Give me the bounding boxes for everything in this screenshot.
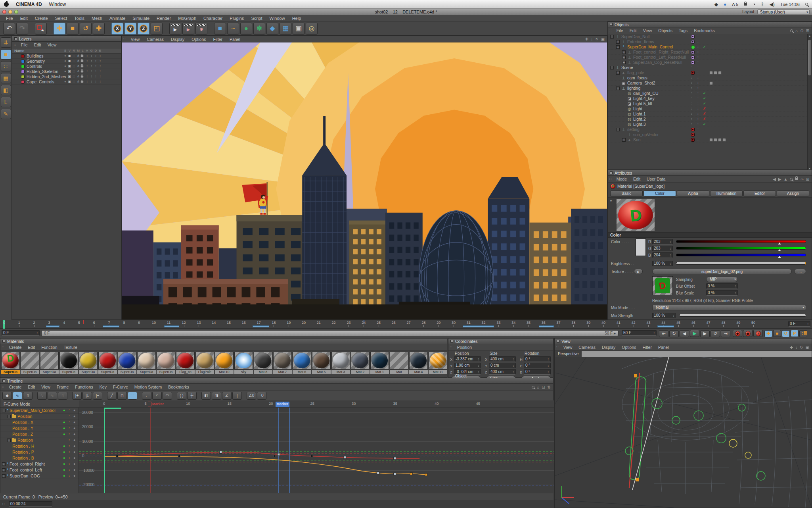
- track-enabled-dot[interactable]: ●: [63, 444, 65, 448]
- coordinate-system-button[interactable]: ◰: [151, 23, 163, 35]
- material-item[interactable]: Mat.3: [331, 352, 350, 374]
- panel-grip[interactable]: ∷: [2, 502, 5, 506]
- layer-r-toggle[interactable]: ▥: [72, 59, 76, 63]
- channel-g-field[interactable]: 203↕: [652, 246, 673, 251]
- search-icon[interactable]: [790, 29, 793, 32]
- pan-icon[interactable]: ✚: [790, 345, 793, 350]
- render-dots-icon[interactable]: ∶: [697, 133, 698, 137]
- layer-color-chip[interactable]: [21, 65, 25, 68]
- menu-character[interactable]: Character: [200, 16, 226, 21]
- object-name[interactable]: sun_upVector: [633, 132, 659, 137]
- layer-color-chip[interactable]: [21, 80, 25, 84]
- object-row-camera_shot2[interactable]: ▣Camera_Shot2∶∶: [608, 81, 812, 86]
- objects-scrollbar[interactable]: ▲▼: [807, 34, 812, 170]
- blur-scale-field[interactable]: 0 %↕: [706, 290, 738, 296]
- visibility-badge[interactable]: [691, 128, 695, 131]
- end-frame-field[interactable]: 50 F↕: [622, 330, 657, 336]
- track-solo-dot[interactable]: ●: [73, 432, 75, 436]
- track-keys-icon[interactable]: ∶: [69, 450, 69, 454]
- expand-toggle-icon[interactable]: -: [616, 128, 620, 131]
- fcurve-track-superdan-main-control[interactable]: -*SuperDan_Main_Control●∶●: [0, 408, 79, 414]
- object-name[interactable]: SuperDan_Null: [621, 34, 649, 39]
- curve-snapshot-button[interactable]: ∿: [37, 392, 47, 400]
- material-thumbnail[interactable]: [195, 352, 214, 369]
- enabled-icon[interactable]: ✓: [703, 91, 706, 95]
- material-thumbnail[interactable]: [254, 352, 272, 369]
- menu-mode[interactable]: Mode: [613, 177, 630, 181]
- lock-value-button[interactable]: ◨: [212, 392, 221, 400]
- material-item[interactable]: Mat.6: [293, 352, 311, 374]
- color-section-header[interactable]: Color: [608, 232, 812, 238]
- menu-create[interactable]: Create: [31, 16, 52, 21]
- layer-e-toggle[interactable]: ↕: [98, 64, 102, 68]
- menu-select[interactable]: Select: [52, 16, 71, 21]
- visibility-badge[interactable]: [691, 56, 695, 59]
- menu-display[interactable]: Display: [167, 37, 188, 42]
- next-frame-button[interactable]: ▶: [700, 330, 710, 337]
- tag-icon[interactable]: [718, 71, 722, 75]
- render-dots-icon[interactable]: ∶: [697, 40, 698, 44]
- texture-browse-button[interactable]: ...: [794, 269, 806, 274]
- menu-create[interactable]: Create: [6, 345, 25, 350]
- keyframe-range[interactable]: [463, 325, 494, 327]
- layout-dropdown[interactable]: Startup (User): [757, 10, 810, 14]
- polygon-mode-button[interactable]: ◧: [1, 85, 11, 95]
- material-thumbnail[interactable]: [409, 352, 428, 369]
- material-item[interactable]: Mat.11: [429, 352, 447, 374]
- blur-offset-field[interactable]: 0 %↕: [706, 283, 738, 289]
- key-mode-button[interactable]: ◆: [2, 392, 12, 400]
- material-thumbnail[interactable]: [429, 352, 447, 369]
- material-thumbnail[interactable]: [312, 352, 331, 369]
- panel-grip[interactable]: ∷: [556, 345, 559, 349]
- layer-row[interactable]: Geometry●▣▥⋔↕↕↕↕: [12, 59, 121, 64]
- layer-r-toggle[interactable]: ▥: [72, 80, 76, 83]
- object-row-superdan_cog_resetnull[interactable]: +⊥SuperDan_Cog_ResetNull∶: [608, 60, 812, 65]
- move-tool-button[interactable]: ✚: [54, 23, 65, 35]
- layer-row[interactable]: Hidden_Skeleton●▣▥⋔↕↕↕↕: [12, 69, 121, 74]
- layer-e-toggle[interactable]: ↕: [98, 80, 102, 83]
- object-row-superdan_main_control[interactable]: -*SuperDan_Main_Control∶✓: [608, 44, 812, 50]
- menu-objects[interactable]: Objects: [655, 28, 676, 33]
- frame-slider[interactable]: 0 F50 F ▸: [41, 330, 619, 336]
- object-row-exterior_items[interactable]: +⊥Exterior_Items∶: [608, 39, 812, 44]
- layer-color-chip[interactable]: [21, 60, 25, 63]
- layer-a-toggle[interactable]: ↕: [85, 69, 89, 73]
- menu-motion-system[interactable]: Motion System: [131, 385, 165, 389]
- track-name[interactable]: SuperDan_Main_Control: [10, 408, 56, 413]
- visibility-badge[interactable]: ∶: [691, 122, 692, 126]
- render-dots-icon[interactable]: ∶: [697, 76, 698, 80]
- track-keys-icon[interactable]: ∶: [69, 468, 69, 472]
- fcurve-track-position-x[interactable]: Position . X●∶●: [0, 419, 79, 425]
- layer-g-toggle[interactable]: ↕: [89, 54, 94, 58]
- layer-l-toggle[interactable]: [81, 81, 83, 83]
- render-dots-icon[interactable]: ∶: [697, 117, 698, 121]
- lock-y-axis-button[interactable]: Y: [124, 23, 136, 35]
- render-dots-icon[interactable]: ∶: [697, 45, 698, 49]
- solo-layers-icon[interactable]: ≣: [803, 330, 808, 336]
- object-name[interactable]: Sun: [633, 137, 641, 142]
- layer-g-toggle[interactable]: ↕: [89, 75, 94, 78]
- current-frame-field[interactable]: 0 F↕: [2, 330, 40, 336]
- layer-s-toggle[interactable]: ●: [63, 59, 67, 63]
- track-solo-dot[interactable]: ●: [73, 462, 75, 466]
- notification-icon[interactable]: ◆: [714, 2, 718, 7]
- toggle-fullscreen-icon[interactable]: ▣: [806, 345, 809, 350]
- visibility-badge[interactable]: [691, 45, 695, 49]
- expand-toggle-icon[interactable]: +: [616, 71, 620, 75]
- material-item[interactable]: Mat.8: [254, 352, 272, 374]
- object-row-light.4_key[interactable]: ◪Light.4_key∶∶✓: [608, 96, 812, 101]
- expand-toggle-icon[interactable]: +: [622, 50, 626, 54]
- menu-view[interactable]: View: [38, 385, 54, 389]
- material-thumbnail[interactable]: [59, 352, 78, 369]
- rotation-p-field[interactable]: 0 °↕: [524, 363, 551, 368]
- layer-d-toggle[interactable]: ↕: [94, 64, 98, 68]
- render-region-button[interactable]: ▶: [182, 23, 194, 35]
- material-thumbnail[interactable]: [137, 352, 156, 369]
- fcurve-ruler[interactable]: 051015202530354045MarkerMarker: [79, 400, 554, 408]
- model-mode-button[interactable]: ■: [1, 49, 11, 60]
- menu-texture[interactable]: Texture: [61, 345, 80, 350]
- layer-e-toggle[interactable]: ↕: [98, 69, 102, 73]
- object-name[interactable]: setting: [627, 127, 640, 132]
- search-icon[interactable]: [532, 386, 534, 389]
- lock-time-button[interactable]: ◧: [201, 392, 211, 400]
